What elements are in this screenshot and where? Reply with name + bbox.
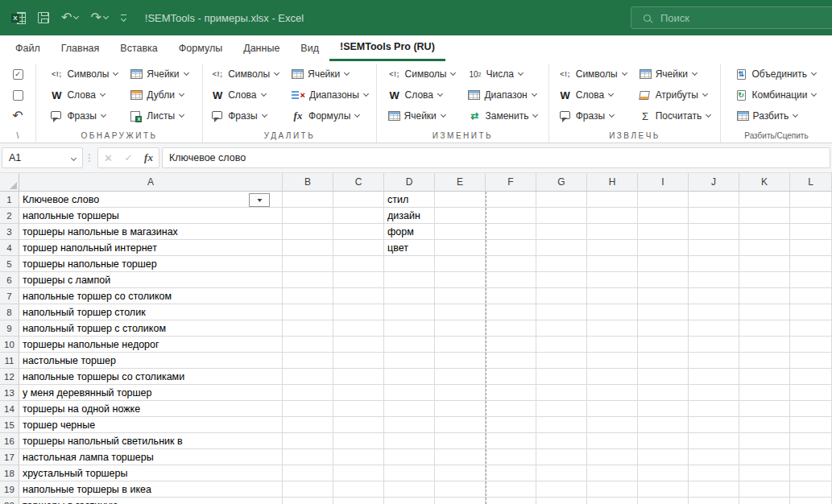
- cell-E17[interactable]: [435, 449, 486, 465]
- cell-G6[interactable]: [536, 272, 587, 288]
- cell-I10[interactable]: [638, 337, 689, 353]
- cell-B6[interactable]: [283, 272, 333, 288]
- cell-B8[interactable]: [283, 304, 333, 320]
- cell-F19[interactable]: [486, 481, 536, 498]
- save-button[interactable]: [38, 12, 49, 23]
- cell-H4[interactable]: [587, 240, 638, 256]
- cell-A9[interactable]: напольный торшер с столиком: [19, 320, 283, 337]
- cell-K8[interactable]: [739, 304, 790, 320]
- cell-F1[interactable]: [486, 192, 536, 208]
- cell-G11[interactable]: [536, 353, 587, 369]
- cell-D13[interactable]: [384, 385, 435, 401]
- cell-C15[interactable]: [333, 417, 384, 433]
- cell-F13[interactable]: [486, 385, 536, 401]
- cell-L15[interactable]: [790, 417, 832, 433]
- cell-F3[interactable]: [486, 224, 536, 240]
- cell-K19[interactable]: [739, 481, 790, 498]
- change-words-button[interactable]: WСлова: [383, 85, 461, 105]
- cell-B3[interactable]: [283, 224, 333, 240]
- cell-C14[interactable]: [333, 401, 384, 417]
- cell-L18[interactable]: [790, 465, 832, 481]
- col-header-I[interactable]: I: [638, 173, 689, 192]
- cell-C12[interactable]: [333, 369, 384, 385]
- cell-G17[interactable]: [536, 449, 587, 465]
- cell-L17[interactable]: [790, 449, 832, 465]
- cell-B18[interactable]: [283, 465, 333, 481]
- row-header-1[interactable]: 1: [0, 192, 19, 208]
- cell-H10[interactable]: [587, 337, 638, 353]
- cell-L7[interactable]: [790, 288, 832, 304]
- cell-B7[interactable]: [283, 288, 333, 304]
- cell-K10[interactable]: [739, 337, 790, 353]
- cell-K15[interactable]: [739, 417, 790, 433]
- cell-A4[interactable]: торшер напольный интернет: [19, 240, 283, 256]
- detect-phrases-button[interactable]: Фразы: [45, 105, 122, 126]
- tab-formulas[interactable]: Формулы: [168, 35, 233, 61]
- cell-F8[interactable]: [486, 304, 536, 320]
- cell-H8[interactable]: [587, 304, 638, 320]
- cell-I9[interactable]: [638, 320, 689, 337]
- cell-E11[interactable]: [435, 353, 486, 369]
- cell-D4[interactable]: цвет: [384, 240, 435, 256]
- detect-duplicates-button[interactable]: Дубли: [126, 85, 192, 105]
- cell-I11[interactable]: [638, 353, 689, 369]
- extract-attributes-button[interactable]: Атрибуты: [635, 85, 716, 105]
- extract-words-button[interactable]: WСлова: [554, 85, 631, 105]
- cell-H20[interactable]: [587, 498, 638, 504]
- cell-H6[interactable]: [587, 272, 638, 288]
- cell-L6[interactable]: [790, 272, 832, 288]
- row-header-13[interactable]: 13: [0, 385, 19, 401]
- cell-K16[interactable]: [739, 433, 790, 449]
- change-range-button[interactable]: Диапазон: [463, 85, 542, 105]
- delete-words-button[interactable]: WСлова: [206, 85, 284, 105]
- cell-J4[interactable]: [689, 240, 739, 256]
- cell-B14[interactable]: [283, 401, 333, 417]
- cell-B20[interactable]: [283, 498, 333, 504]
- split-concat-combinations-button[interactable]: ↻Комбинации: [732, 85, 822, 105]
- col-header-C[interactable]: C: [333, 173, 384, 192]
- cell-F11[interactable]: [486, 353, 536, 369]
- cell-I18[interactable]: [638, 465, 689, 481]
- cell-K20[interactable]: [739, 498, 790, 504]
- cell-G10[interactable]: [536, 337, 587, 353]
- cell-K2[interactable]: [739, 208, 790, 224]
- cell-I6[interactable]: [638, 272, 689, 288]
- row-header-12[interactable]: 12: [0, 369, 19, 385]
- name-box[interactable]: A1: [2, 147, 83, 168]
- cell-E10[interactable]: [435, 337, 486, 353]
- cell-L8[interactable]: [790, 304, 832, 320]
- col-header-G[interactable]: G: [536, 173, 587, 192]
- cell-G20[interactable]: [536, 498, 587, 504]
- cell-A10[interactable]: торшеры напольные недорог: [19, 337, 283, 353]
- cell-F4[interactable]: [486, 240, 536, 256]
- cell-J2[interactable]: [689, 208, 739, 224]
- cell-D1[interactable]: стил: [384, 192, 435, 208]
- cell-L5[interactable]: [790, 256, 832, 272]
- filter-dropdown-button[interactable]: ▼: [249, 193, 270, 207]
- cell-C10[interactable]: [333, 337, 384, 353]
- cell-D3[interactable]: форм: [384, 224, 435, 240]
- cell-A20[interactable]: торшеры в гостиную: [19, 498, 283, 504]
- cell-A12[interactable]: напольные торшеры со столиками: [19, 369, 283, 385]
- cell-A17[interactable]: настольная лампа торшеры: [19, 449, 283, 465]
- cell-E3[interactable]: [435, 224, 486, 240]
- row-header-11[interactable]: 11: [0, 353, 19, 369]
- cell-G13[interactable]: [536, 385, 587, 401]
- cell-G7[interactable]: [536, 288, 587, 304]
- cell-H18[interactable]: [587, 465, 638, 481]
- cell-G19[interactable]: [536, 481, 587, 498]
- col-header-J[interactable]: J: [689, 173, 739, 192]
- cell-A8[interactable]: напольный торшер столик: [19, 304, 283, 320]
- cell-E6[interactable]: [435, 272, 486, 288]
- cell-J1[interactable]: [689, 192, 739, 208]
- cell-C1[interactable]: [333, 192, 384, 208]
- cell-J5[interactable]: [689, 256, 739, 272]
- customize-qat-button[interactable]: [120, 14, 127, 21]
- cell-A6[interactable]: торшеры с лампой: [19, 272, 283, 288]
- change-numbers-button[interactable]: 102Числа: [463, 64, 542, 85]
- cell-F16[interactable]: [486, 433, 536, 449]
- cell-G18[interactable]: [536, 465, 587, 481]
- cell-A14[interactable]: торшеры на одной ножке: [19, 401, 283, 417]
- cell-D10[interactable]: [384, 337, 435, 353]
- cell-J12[interactable]: [689, 369, 739, 385]
